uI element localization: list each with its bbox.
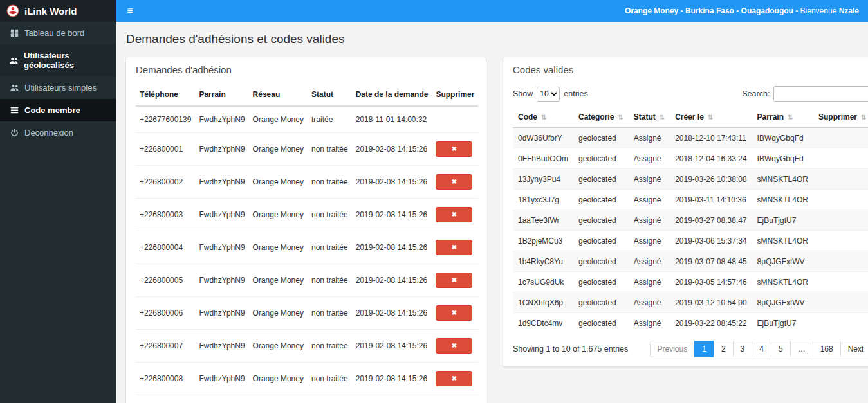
codes-column-header[interactable]: Catégorie⇅	[573, 107, 629, 128]
statut-cell: non traitée	[308, 297, 352, 330]
member-code-icon	[10, 106, 19, 114]
statut-cell: Assigné	[629, 148, 670, 169]
sidebar-item-label: Tableau de bord	[24, 28, 84, 38]
sort-icon: ⇅	[660, 114, 665, 121]
categorie-cell: geolocated	[573, 251, 629, 272]
page-title: Demandes d'adhésions et codes valides	[126, 32, 859, 46]
parrain-cell: 8pQJGFxtWV	[752, 251, 813, 272]
sidebar-item-geolocated-users[interactable]: Utilisateurs géolocalisés	[0, 44, 116, 76]
reseau-cell: Orange Money	[249, 264, 308, 297]
statut-cell: Assigné	[629, 292, 670, 313]
page-length-select[interactable]: 10	[537, 87, 560, 102]
parrain-cell: FwdhzYphN9	[195, 297, 248, 330]
statut-cell: Assigné	[629, 210, 670, 231]
topbar-user-info: Orange Money - Burkina Faso - Ouagadougo…	[625, 6, 868, 15]
show-label: Show	[513, 89, 533, 98]
parrain-cell: EjBuTjgtU7	[752, 210, 813, 231]
code-row: 0FFhBudOOmgeolocatedAssigné2018-12-04 16…	[513, 148, 868, 169]
creer-le-cell: 2019-03-12 10:54:00	[670, 292, 752, 313]
supprimer-cell: ✖	[432, 231, 478, 264]
sidebar-item-label: Utilisateurs géolocalisés	[24, 51, 107, 70]
parrain-cell: sMNSKTL4OR	[752, 169, 813, 190]
search-label: Search:	[742, 89, 770, 98]
parrain-cell: FwdhzYphN9	[195, 133, 248, 166]
delete-request-button[interactable]: ✖	[436, 207, 472, 222]
delete-request-button[interactable]: ✖	[436, 174, 472, 190]
sidebar-item-label: Déconnexion	[24, 128, 73, 138]
parrain-cell: FwdhzYphN9	[195, 199, 248, 231]
brand[interactable]: iLink World	[0, 0, 116, 22]
code-row: 181yxc3J7ggeolocatedAssigné2019-03-11 14…	[513, 190, 868, 210]
topbar-username: Nzale	[839, 6, 859, 15]
codes-header-row: Code⇅Catégorie⇅Statut⇅Créer le⇅Parrain⇅S…	[513, 107, 868, 128]
code-cell: 1B2pjeMCu3	[513, 231, 573, 251]
telephone-cell: +226800002	[136, 166, 195, 199]
categorie-cell: geolocated	[573, 272, 629, 292]
delete-request-button[interactable]: ✖	[436, 240, 472, 255]
date-cell: 2019-02-08 14:15:26	[352, 395, 432, 403]
code-cell: 0FFhBudOOm	[513, 148, 573, 169]
pagination: Previous12345…168Next	[650, 341, 868, 357]
request-row: +226800009FwdhzYphN9Orange Moneynon trai…	[136, 395, 478, 403]
statut-cell: non traitée	[308, 363, 352, 395]
delete-request-button[interactable]: ✖	[436, 305, 472, 321]
hamburger-menu-button[interactable]: ≡	[116, 0, 143, 22]
sidebar-item-simple-users[interactable]: Utilisateurs simples	[0, 76, 116, 99]
categorie-cell: geolocated	[573, 169, 629, 190]
code-row: 1c7sUG9dUkgeolocatedAssigné2019-03-05 14…	[513, 272, 868, 292]
codes-column-header[interactable]: Parrain⇅	[752, 107, 813, 128]
telephone-cell: +226800001	[136, 133, 195, 166]
creer-le-cell: 2019-03-22 08:45:22	[670, 313, 752, 334]
pagination-page-168[interactable]: 168	[813, 341, 841, 357]
pagination-page-5[interactable]: 5	[771, 341, 791, 357]
categorie-cell: geolocated	[573, 231, 629, 251]
creer-le-cell: 2019-03-07 08:48:45	[670, 251, 752, 272]
telephone-cell: +22677600139	[136, 106, 195, 133]
code-row: 1b4RkyC8YugeolocatedAssigné2019-03-07 08…	[513, 251, 868, 272]
statut-cell: non traitée	[308, 330, 352, 363]
topbar-welcome-text: Bienvenue	[800, 6, 839, 15]
supprimer-cell	[813, 251, 868, 272]
sidebar-item-member-code[interactable]: Code membre	[0, 99, 116, 121]
creer-le-cell: 2019-03-06 15:37:34	[670, 231, 752, 251]
codes-column-header[interactable]: Créer le⇅	[670, 107, 752, 128]
codes-table-footer: Showing 1 to 10 of 1,675 entries Previou…	[503, 333, 868, 366]
pagination-page-2[interactable]: 2	[714, 341, 734, 357]
categorie-cell: geolocated	[573, 292, 629, 313]
request-row: +226800002FwdhzYphN9Orange Moneynon trai…	[136, 166, 478, 199]
delete-request-button[interactable]: ✖	[436, 273, 472, 288]
supprimer-cell: ✖	[432, 297, 478, 330]
telephone-cell: +226800008	[136, 363, 195, 395]
pagination-page-1[interactable]: 1	[694, 341, 714, 357]
codes-column-header[interactable]: Supprimer⇅	[813, 107, 868, 128]
parrain-cell: sMNSKTL4OR	[752, 190, 813, 210]
delete-request-button[interactable]: ✖	[436, 141, 472, 157]
requests-column-header: Date de la demande	[352, 84, 432, 106]
search-input[interactable]	[773, 86, 868, 102]
code-cell: 1c7sUG9dUk	[513, 272, 573, 292]
delete-request-button[interactable]: ✖	[436, 371, 472, 386]
codes-panel: Codes valides Show 10 entries Search:	[503, 57, 868, 367]
pagination-page-3[interactable]: 3	[733, 341, 753, 357]
codes-column-header[interactable]: Statut⇅	[629, 107, 670, 128]
sidebar-item-dashboard[interactable]: Tableau de bord	[0, 22, 116, 44]
ilink-logo-icon	[6, 4, 19, 17]
codes-column-header[interactable]: Code⇅	[513, 107, 573, 128]
search-control: Search:	[742, 86, 868, 102]
code-row: 1CNXhfqX6pgeolocatedAssigné2019-03-12 10…	[513, 292, 868, 313]
codes-column-label: Créer le	[675, 112, 704, 121]
reseau-cell: Orange Money	[249, 231, 308, 264]
parrain-cell: sMNSKTL4OR	[752, 231, 813, 251]
requests-column-header: Supprimer	[432, 84, 478, 106]
pagination-page-4[interactable]: 4	[752, 341, 771, 357]
code-row: 1d9CDtc4mvgeolocatedAssigné2019-03-22 08…	[513, 313, 868, 334]
power-icon	[10, 129, 19, 137]
statut-cell: non traitée	[308, 166, 352, 199]
statut-cell: non traitée	[308, 264, 352, 297]
pagination-next[interactable]: Next	[840, 341, 868, 357]
requests-column-header: Parrain	[195, 84, 248, 106]
sidebar-item-logout[interactable]: Déconnexion	[0, 121, 116, 144]
requests-column-header: Téléphone	[136, 84, 195, 106]
delete-request-button[interactable]: ✖	[436, 338, 472, 354]
request-row: +22677600139FwdhzYphN9Orange Moneytraité…	[136, 106, 478, 133]
